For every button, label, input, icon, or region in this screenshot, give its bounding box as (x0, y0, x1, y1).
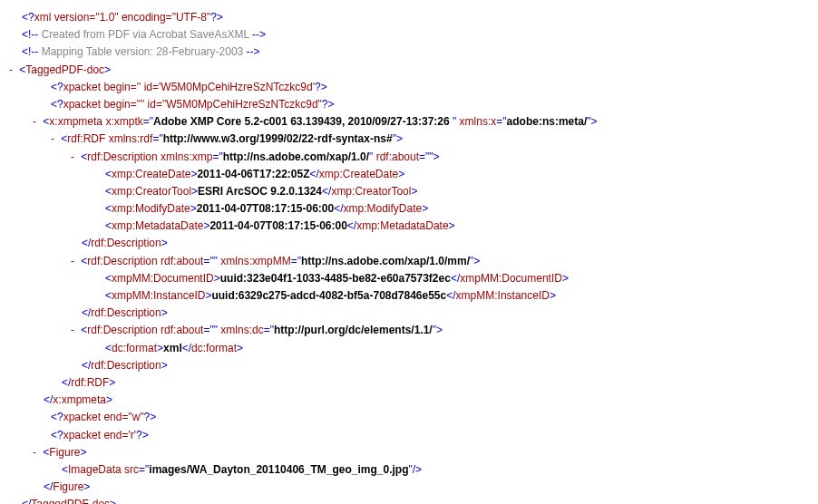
toggle-icon[interactable]: - (29, 444, 40, 461)
tag-root-c: TaggedPDF-doc (31, 498, 110, 504)
createdate-line: <xmp:CreateDate>2011-04-06T17:22:05Z</xm… (5, 166, 809, 183)
desc2-open: - <rdf:Description rdf:about="" xmlns:xm… (5, 253, 809, 270)
xpacket-end-2: <?xpacket end='r'?> (5, 427, 809, 444)
desc2-close: </rdf:Description> (5, 305, 809, 322)
format-line: <dc:format>xml</dc:format> (5, 340, 809, 357)
tag-modifydate-o: xmp:ModifyDate (112, 202, 190, 215)
xml-declaration: <?xml version="1.0" encoding="UTF-8"?> (5, 9, 809, 26)
tag-format-c: dc:format (191, 342, 237, 354)
tag-xmpmeta: x:xmpmeta (49, 115, 102, 128)
tag-rdfc: rdf:RDF (71, 376, 109, 389)
root-close: </TaggedPDF-doc> (5, 496, 809, 504)
xmpmeta-close: </x:xmpmeta> (5, 392, 809, 409)
attr-about1: rdf:about (376, 150, 419, 163)
val-xmlnsdc: http://purl.org/dc/elements/1.1/ (274, 324, 433, 336)
imagedata-line: <ImageData src="images/WA_Dayton_2011040… (5, 461, 809, 479)
tag-imagedata: ImageData (68, 463, 122, 476)
xpacket-e1: xpacket end="w" (63, 411, 144, 423)
val-metadatadate: 2011-04-07T08:17:15-06:00 (209, 219, 346, 232)
tag-desc2c: rdf:Description (91, 306, 161, 319)
tag-instanceid-o: xmpMM:InstanceID (112, 289, 205, 302)
val-format: xml (163, 342, 182, 354)
val-modifydate: 2011-04-07T08:17:15-06:00 (197, 202, 334, 215)
creatortool-line: <xmp:CreatorTool>ESRI ArcSOC 9.2.0.1324<… (5, 183, 809, 200)
tag-desc2: rdf:Description (87, 255, 157, 267)
xml-decl-text: xml version="1.0" encoding="UTF-8" (34, 11, 210, 24)
val-createdate: 2011-04-06T17:22:05Z (197, 168, 309, 180)
tag-format-o: dc:format (112, 342, 157, 354)
attr-xmlnsdc: xmlns:dc (220, 324, 263, 336)
figure-open: - <Figure> (5, 444, 809, 461)
tag-desc3: rdf:Description (87, 324, 157, 336)
val-xmptk: Adobe XMP Core 5.2-c001 63.139439, 2010/… (153, 115, 453, 128)
metadatadate-line: <xmp:MetadataDate>2011-04-07T08:17:15-06… (5, 218, 809, 235)
desc1-open: - <rdf:Description xmlns:xmp="http://ns.… (5, 149, 809, 166)
toggle-icon[interactable]: - (47, 131, 58, 148)
xpacket-begin-2: <?xpacket begin="" id="W5M0MpCehiHzreSzN… (5, 96, 809, 113)
documentid-line: <xmpMM:DocumentID>uuid:323e04f1-1033-448… (5, 270, 809, 287)
attr-about3: rdf:about (161, 324, 203, 336)
toggle-icon[interactable]: - (29, 113, 40, 131)
tag-createdate-c: xmp:CreateDate (319, 168, 398, 180)
val-xmlnsxmp: http://ns.adobe.com/xap/1.0/ (223, 150, 369, 163)
tag-creatortool-o: xmp:CreatorTool (112, 185, 191, 198)
comment-2: Mapping Table version: 28-February-2003 (38, 45, 246, 58)
tag-instanceid-c: xmpMM:InstanceID (456, 289, 550, 302)
attr-about2: rdf:about (161, 255, 203, 267)
xpacket-end-1: <?xpacket end="w"?> (5, 409, 809, 426)
tag-metadatadate-o: xmp:MetadataDate (112, 219, 203, 232)
xpacket-e2: xpacket end='r' (63, 429, 136, 441)
tag-desc1c: rdf:Description (91, 237, 161, 249)
val-xmlnsx: adobe:ns:meta/ (507, 115, 588, 128)
val-documentid: uuid:323e04f1-1033-4485-be82-e60a7573f2e… (220, 272, 451, 285)
toggle-icon[interactable]: - (67, 253, 78, 270)
attr-xmlnsxmpmm: xmlns:xmpMM (220, 255, 290, 267)
rdf-close: </rdf:RDF> (5, 374, 809, 392)
instanceid-line: <xmpMM:InstanceID>uuid:6329c275-adcd-408… (5, 287, 809, 305)
root-open: - <TaggedPDF-doc> (5, 62, 809, 79)
desc3-open: - <rdf:Description rdf:about="" xmlns:dc… (5, 322, 809, 339)
desc1-close: </rdf:Description> (5, 235, 809, 252)
modifydate-line: <xmp:ModifyDate>2011-04-07T08:17:15-06:0… (5, 200, 809, 218)
attr-xmlnsxmp: xmlns:xmp (161, 150, 212, 163)
val-src: images/WA_Dayton_20110406_TM_geo_img_0.j… (149, 463, 408, 476)
tag-xmpmetac: x:xmpmeta (53, 393, 106, 406)
tag-desc3c: rdf:Description (91, 359, 161, 372)
xpacket-1: xpacket begin='' id='W5M0MpCehiHzreSzNTc… (63, 81, 315, 93)
attr-src: src (124, 463, 139, 476)
val-xmlnsxmpmm: http://ns.adobe.com/xap/1.0/mm/ (301, 255, 470, 267)
val-instanceid: uuid:6329c275-adcd-4082-bf5a-708d7846e55… (211, 289, 446, 302)
tag-desc1: rdf:Description (87, 150, 157, 163)
xmpmeta-open: - <x:xmpmeta x:xmptk="Adobe XMP Core 5.2… (5, 113, 809, 131)
tag-documentid-c: xmpMM:DocumentID (460, 272, 562, 285)
val-xmlnsrdf: http://www.w3.org/1999/02/22-rdf-syntax-… (163, 132, 393, 145)
tag-figure-o: Figure (49, 446, 80, 459)
tag-creatortool-c: xmp:CreatorTool (331, 185, 411, 198)
figure-close: </Figure> (5, 479, 809, 496)
tag-createdate-o: xmp:CreateDate (112, 168, 190, 180)
toggle-icon[interactable]: - (67, 322, 78, 339)
tag-taggedpdf: TaggedPDF-doc (25, 63, 104, 76)
attr-xmlnsx: xmlns:x (460, 115, 497, 128)
comment-1: Created from PDF via Acrobat SaveAsXML (38, 28, 252, 41)
comment-line-2: <!-- Mapping Table version: 28-February-… (5, 44, 809, 61)
toggle-icon[interactable]: - (67, 149, 78, 166)
desc3-close: </rdf:Description> (5, 357, 809, 374)
tag-metadatadate-c: xmp:MetadataDate (356, 219, 448, 232)
tag-figure-c: Figure (53, 480, 83, 493)
tag-modifydate-c: xmp:ModifyDate (344, 202, 423, 215)
val-creatortool: ESRI ArcSOC 9.2.0.1324 (198, 185, 322, 198)
rdf-open: - <rdf:RDF xmlns:rdf="http://www.w3.org/… (5, 131, 809, 148)
toggle-icon[interactable]: - (5, 62, 16, 79)
attr-xmlnsrdf: xmlns:rdf (109, 132, 153, 145)
xpacket-2: xpacket begin="" id="W5M0MpCehiHzreSzNTc… (63, 98, 322, 111)
tag-documentid-o: xmpMM:DocumentID (112, 272, 214, 285)
tag-rdf: rdf:RDF (67, 132, 105, 145)
xpacket-begin-1: <?xpacket begin='' id='W5M0MpCehiHzreSzN… (5, 79, 809, 96)
attr-xmptk: x:xmptk (105, 115, 142, 128)
comment-line-1: <!-- Created from PDF via Acrobat SaveAs… (5, 26, 809, 44)
